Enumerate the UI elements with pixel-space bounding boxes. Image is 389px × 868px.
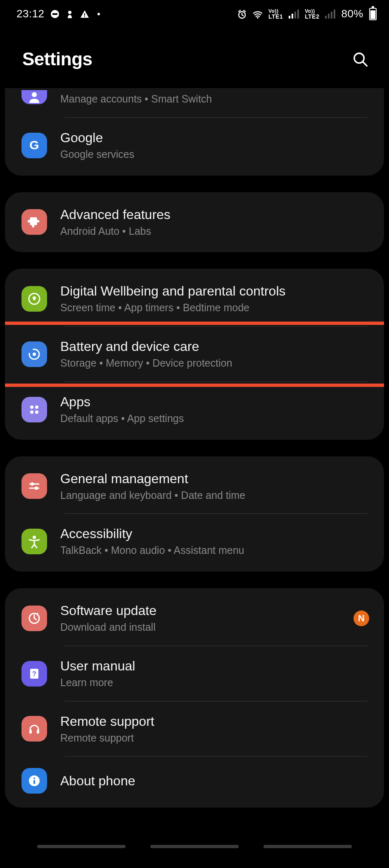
notification-badge: N: [353, 610, 369, 626]
row-subtitle: Storage • Memory • Device protection: [60, 356, 369, 370]
about-group: Software updateDownload and installNUser…: [5, 588, 384, 808]
row-text: GoogleGoogle services: [60, 129, 369, 162]
more-notifications-dot: [97, 13, 100, 15]
row-subtitle: Android Auto • Labs: [60, 224, 369, 238]
sim2-indicator: Vo)) LTE2: [305, 9, 319, 19]
row-title: Digital Wellbeing and parental controls: [60, 283, 369, 299]
row-subtitle: Default apps • App settings: [60, 412, 369, 426]
row-title: General management: [60, 470, 369, 487]
settings-row-remote-support[interactable]: Remote supportRemote support: [5, 701, 384, 757]
settings-row-google[interactable]: GoogleGoogle services: [5, 118, 384, 173]
row-subtitle: Google services: [60, 148, 369, 162]
system-nav-bar: [0, 841, 389, 851]
row-subtitle: Language and keyboard • Date and time: [60, 489, 369, 503]
row-title: User manual: [60, 658, 369, 674]
search-button[interactable]: [349, 48, 371, 70]
status-time: 23:12: [17, 7, 45, 20]
sliders-icon: [21, 473, 47, 499]
nav-recents[interactable]: [37, 845, 126, 848]
row-text: User manualLearn more: [60, 658, 369, 690]
dnd-icon: [50, 10, 59, 19]
row-title: Battery and device care: [60, 338, 369, 355]
nav-home[interactable]: [150, 845, 239, 848]
row-subtitle: TalkBack • Mono audio • Assistant menu: [60, 544, 369, 558]
wellbeing-group: Digital Wellbeing and parental controlsS…: [5, 269, 384, 439]
child-icon: [65, 9, 74, 19]
warning-icon: [80, 10, 89, 19]
apps-icon: [21, 397, 47, 422]
row-title: Advanced features: [60, 206, 369, 223]
status-bar: 23:12 Vo)) LTE1 Vo)) LTE2 80%: [0, 0, 389, 26]
settings-row-battery-device-care[interactable]: Battery and device careStorage • Memory …: [5, 327, 384, 382]
row-text: About phone: [60, 773, 369, 789]
battery-percent: 80%: [341, 7, 363, 20]
row-text: Battery and device careStorage • Memory …: [60, 338, 369, 370]
alarm-icon: [237, 9, 247, 19]
manual-icon: [21, 661, 47, 687]
settings-row-software-update[interactable]: Software updateDownload and installN: [5, 591, 384, 646]
signal-bars-1: [289, 10, 299, 19]
wifi-icon: [253, 9, 263, 19]
settings-row-advanced-features[interactable]: Advanced featuresAndroid Auto • Labs: [5, 195, 384, 250]
signal-bars-2: [325, 10, 335, 19]
row-subtitle: Manage accounts • Smart Switch: [60, 92, 369, 106]
row-title: About phone: [60, 773, 369, 789]
person-icon: [21, 90, 47, 104]
settings-row-apps[interactable]: AppsDefault apps • App settings: [5, 382, 384, 437]
accounts-group: Manage accounts • Smart SwitchGoogleGoog…: [5, 88, 384, 176]
accessibility-icon: [21, 529, 47, 554]
wellbeing-icon: [21, 286, 47, 312]
row-text: AccessibilityTalkBack • Mono audio • Ass…: [60, 525, 369, 558]
row-text: General managementLanguage and keyboard …: [60, 470, 369, 503]
page-title: Settings: [22, 49, 93, 69]
row-text: Software updateDownload and install: [60, 602, 340, 634]
advanced-group: Advanced featuresAndroid Auto • Labs: [5, 192, 384, 253]
row-subtitle: Learn more: [60, 676, 369, 690]
row-text: Advanced featuresAndroid Auto • Labs: [60, 206, 369, 238]
settings-row-accounts[interactable]: Manage accounts • Smart Switch: [5, 91, 384, 118]
page-header: Settings: [0, 26, 389, 88]
sim1-indicator: Vo)) LTE1: [268, 9, 283, 19]
row-text: Remote supportRemote support: [60, 713, 369, 745]
row-text: Manage accounts • Smart Switch: [60, 91, 369, 106]
puzzle-icon: [21, 209, 47, 235]
battery-icon: [369, 8, 377, 20]
general-group: General managementLanguage and keyboard …: [5, 456, 384, 572]
google-icon: [21, 133, 47, 158]
row-title: Remote support: [60, 713, 369, 730]
row-text: Digital Wellbeing and parental controlsS…: [60, 283, 369, 315]
settings-row-accessibility[interactable]: AccessibilityTalkBack • Mono audio • Ass…: [5, 514, 384, 569]
row-title: Google: [60, 129, 369, 146]
settings-row-digital-wellbeing[interactable]: Digital Wellbeing and parental controlsS…: [5, 271, 384, 327]
row-title: Software update: [60, 602, 340, 619]
headset-icon: [21, 716, 47, 742]
settings-list[interactable]: Manage accounts • Smart SwitchGoogleGoog…: [0, 88, 389, 841]
row-title: Accessibility: [60, 525, 369, 542]
row-subtitle: Download and install: [60, 620, 340, 634]
settings-row-general-management[interactable]: General managementLanguage and keyboard …: [5, 459, 384, 514]
settings-row-user-manual[interactable]: User manualLearn more: [5, 646, 384, 701]
row-subtitle: Remote support: [60, 731, 369, 745]
update-icon: [21, 606, 47, 631]
search-icon: [352, 51, 368, 67]
info-icon: [21, 768, 47, 794]
nav-back[interactable]: [263, 845, 352, 848]
row-text: AppsDefault apps • App settings: [60, 393, 369, 426]
care-icon: [21, 341, 47, 367]
row-subtitle: Screen time • App timers • Bedtime mode: [60, 301, 369, 315]
settings-row-about-phone[interactable]: About phone: [5, 756, 384, 805]
row-title: Apps: [60, 393, 369, 410]
